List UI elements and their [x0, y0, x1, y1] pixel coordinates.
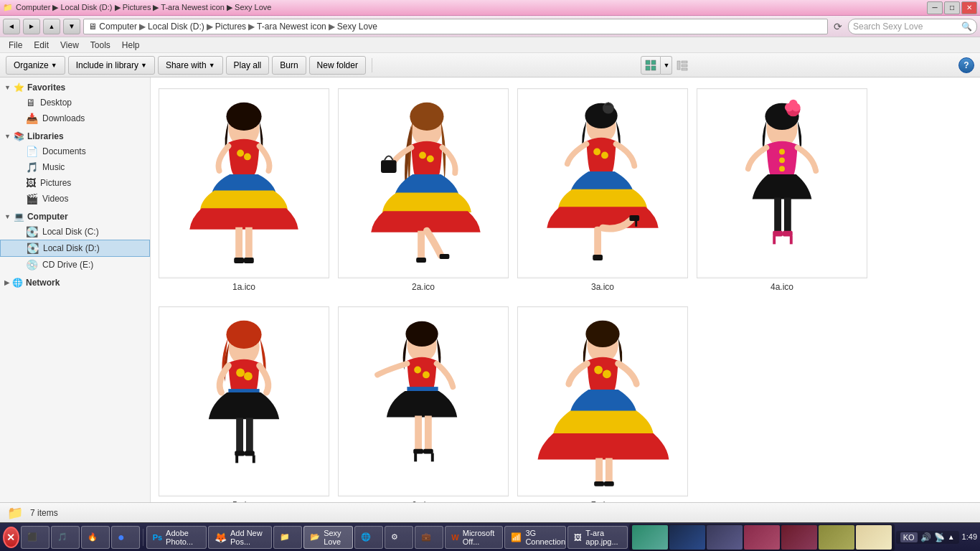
network-label: Network — [26, 278, 60, 288]
svg-rect-71 — [425, 416, 432, 451]
office-label: Microsoft Off... — [463, 529, 497, 546]
taskbar-btn-folder-empty[interactable]: 📁 — [273, 526, 302, 549]
svg-rect-72 — [413, 449, 423, 454]
include-in-library-button[interactable]: Include in library▼ — [68, 56, 155, 75]
sidebar-item-documents[interactable]: 📄 Documents — [0, 143, 150, 159]
thumb-mini-1[interactable] — [632, 525, 668, 550]
help-button[interactable]: ? — [958, 57, 974, 73]
menu-edit[interactable]: Edit — [28, 39, 55, 52]
burn-button[interactable]: Burn — [272, 56, 306, 75]
menu-view[interactable]: View — [55, 39, 85, 52]
start-button[interactable]: ✕ — [3, 527, 19, 548]
taskbar: ✕ ⬛ 🎵 🔥 ● Ps Adobe Photo... 🦊 Add New Po… — [0, 522, 980, 551]
arrow-tray-icon[interactable]: ▲ — [948, 533, 955, 541]
taskbar-btn-gear[interactable]: ⚙ — [385, 526, 413, 549]
thumbnail-7a — [517, 306, 688, 496]
forward-button[interactable]: ► — [23, 19, 40, 34]
address-path[interactable]: 🖥 Computer ▶ Local Disk (D:) ▶ Pictures … — [83, 19, 828, 34]
taskbar-icon-music: 🎵 — [57, 532, 67, 542]
figure-3a — [518, 90, 687, 277]
menu-help[interactable]: Help — [116, 39, 146, 52]
taskbar-btn-blue[interactable]: ● — [111, 526, 140, 549]
network-header[interactable]: ▶ 🌐 Network — [0, 276, 150, 290]
figure-6a — [339, 308, 508, 495]
menu-tools[interactable]: Tools — [85, 39, 116, 52]
taskbar-btn-photoshop[interactable]: Ps Adobe Photo... — [146, 526, 207, 549]
file-item-3a[interactable]: 3a.ico — [517, 85, 689, 296]
sidebar-item-downloads[interactable]: 📥 Downloads — [0, 110, 150, 126]
network-tray-icon[interactable]: 📡 — [934, 532, 945, 542]
svg-rect-13 — [235, 227, 242, 259]
filename-3a: 3a.ico — [591, 282, 614, 292]
svg-point-31 — [601, 152, 608, 159]
libraries-label: Libraries — [27, 131, 64, 141]
taskbar-btn-3g[interactable]: 📶 3G Connection — [504, 526, 566, 549]
file-item-6a[interactable]: 6a.ico — [337, 303, 509, 502]
computer-header[interactable]: ▼ 💻 Computer — [0, 209, 150, 224]
view-dropdown-arrow[interactable]: ▼ — [661, 56, 672, 75]
taskbar-btn-fire[interactable]: 🔥 — [81, 526, 110, 549]
file-item-1a[interactable]: 1a.ico — [158, 85, 330, 296]
taskbar-btn-music[interactable]: 🎵 — [51, 526, 80, 549]
minimize-button[interactable]: ─ — [927, 1, 943, 14]
taskbar-icon-1: ⬛ — [27, 532, 37, 542]
lang-indicator[interactable]: KO — [900, 532, 918, 542]
svg-rect-3 — [651, 66, 656, 70]
thumb-mini-5[interactable] — [781, 525, 817, 550]
sidebar-item-pictures[interactable]: 🖼 Pictures — [0, 175, 150, 191]
locald-icon: 💽 — [27, 242, 39, 254]
menu-file[interactable]: File — [3, 39, 28, 52]
search-box[interactable]: Search Sexy Love 🔍 — [848, 19, 977, 34]
new-folder-button[interactable]: New folder — [309, 56, 366, 75]
title-bar-text: Computer ▶ Local Disk (D:) ▶ Pictures ▶ … — [16, 3, 271, 12]
play-all-button[interactable]: Play all — [226, 56, 270, 75]
svg-rect-4 — [677, 61, 680, 70]
taskbar-btn-sexy-love[interactable]: 📂 Sexy Love — [303, 526, 353, 549]
file-item-5a[interactable]: 5a.ico — [158, 303, 330, 502]
thumb-mini-2[interactable] — [669, 525, 705, 550]
layout-button[interactable] — [672, 56, 692, 75]
breadcrumb-pictures[interactable]: Pictures — [215, 22, 246, 32]
up-button[interactable]: ▲ — [43, 19, 60, 34]
clock-display: 1:49 — [962, 532, 977, 542]
sidebar-item-desktop[interactable]: 🖥 Desktop — [0, 95, 150, 110]
thumb-mini-3[interactable] — [707, 525, 743, 550]
view-button[interactable] — [641, 56, 661, 75]
taskbar-btn-case[interactable]: 💼 — [415, 526, 443, 549]
thumb-mini-6[interactable] — [819, 525, 854, 550]
recent-button[interactable]: ▼ — [63, 19, 80, 34]
taskbar-btn-tara[interactable]: 🖼 T-ara app.jpg... — [567, 526, 627, 549]
file-item-7a[interactable]: 7a.ico — [517, 303, 689, 502]
organize-button[interactable]: Organize▼ — [6, 56, 65, 75]
cddrive-icon: 💿 — [26, 259, 38, 270]
libraries-header[interactable]: ▼ 📚 Libraries — [0, 129, 150, 143]
close-button[interactable]: ✕ — [961, 1, 977, 14]
thumb-mini-4[interactable] — [744, 525, 780, 550]
breadcrumb-tara[interactable]: T-ara Newest icon — [257, 22, 326, 32]
file-item-4a[interactable]: 4a.ico — [696, 85, 868, 296]
sidebar-item-videos[interactable]: 🎬 Videos — [0, 191, 150, 207]
breadcrumb-current[interactable]: Sexy Love — [337, 22, 377, 32]
svg-point-67 — [414, 367, 421, 374]
taskbar-btn-office[interactable]: W Microsoft Off... — [445, 526, 503, 549]
videos-label: Videos — [42, 194, 68, 204]
taskbar-btn-globe[interactable]: 🌐 — [354, 526, 383, 549]
sidebar-item-localc[interactable]: 💽 Local Disk (C:) — [0, 224, 150, 240]
back-button[interactable]: ◄ — [3, 19, 20, 34]
sidebar-item-music[interactable]: 🎵 Music — [0, 159, 150, 175]
refresh-button[interactable]: ⟳ — [831, 19, 845, 34]
taskbar-btn-firefox[interactable]: 🦊 Add New Pos... — [208, 526, 272, 549]
breadcrumb-locald[interactable]: Local Disk (D:) — [148, 22, 204, 32]
filename-6a: 6a.ico — [412, 500, 435, 502]
breadcrumb-computer[interactable]: 🖥 Computer — [88, 22, 137, 32]
taskbar-btn-1[interactable]: ⬛ — [21, 526, 50, 549]
file-item-2a[interactable]: 2a.ico — [337, 85, 509, 296]
sidebar-item-cddrive[interactable]: 💿 CD Drive (E:) — [0, 257, 150, 273]
thumb-mini-7[interactable] — [856, 525, 892, 550]
favorites-header[interactable]: ▼ ⭐ Favorites — [0, 80, 150, 95]
speaker-icon[interactable]: 🔊 — [920, 532, 931, 542]
filename-5a: 5a.ico — [232, 500, 255, 502]
share-with-button[interactable]: Share with▼ — [158, 56, 223, 75]
maximize-button[interactable]: □ — [944, 1, 960, 14]
sidebar-item-locald[interactable]: 💽 Local Disk (D:) — [0, 240, 150, 257]
